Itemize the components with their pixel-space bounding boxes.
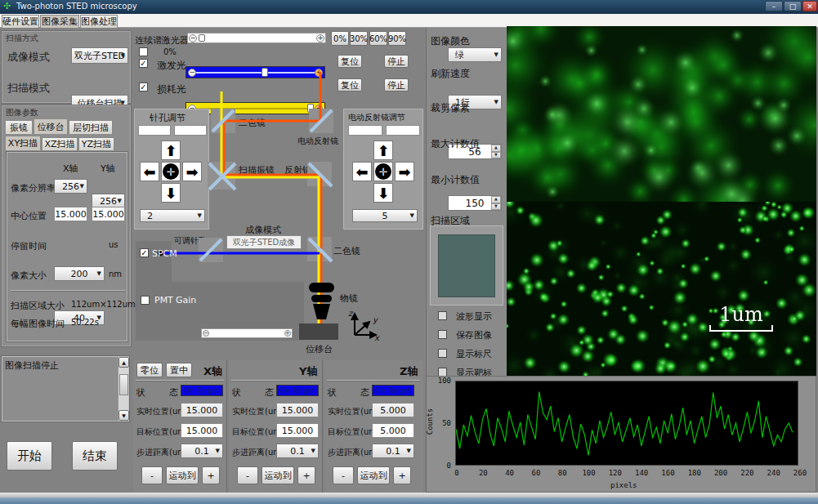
spin-down-icon[interactable]: ▼: [491, 152, 501, 159]
motor-mirror-up-button[interactable]: ⬆: [373, 140, 393, 160]
scan-mode-group: 扫描方式 成像模式 双光子STED ▼ 扫描模式 位移台扫描 ▼: [2, 31, 131, 103]
end-button[interactable]: 结束: [72, 441, 118, 471]
save-image-checkbox[interactable]: [438, 330, 447, 339]
z-step-select[interactable]: 0.1▼: [372, 444, 414, 458]
waveform-display-checkbox[interactable]: [438, 311, 447, 320]
scroll-thumb[interactable]: [119, 374, 128, 395]
depletion-stop-button[interactable]: 停止: [384, 78, 409, 91]
pinhole-down-button[interactable]: ⬇: [161, 183, 181, 203]
z-move-button[interactable]: 运动到: [357, 466, 390, 484]
y-minus-button[interactable]: -: [237, 466, 258, 484]
chevron-down-icon: ▼: [311, 448, 315, 454]
tab-image-processing[interactable]: 图像处理: [80, 15, 118, 28]
depletion-checkbox[interactable]: ✓: [139, 83, 148, 91]
show-scalebar-checkbox[interactable]: [438, 349, 447, 358]
power-60-button[interactable]: 60%: [369, 31, 387, 46]
confocal-image-view[interactable]: [507, 26, 816, 202]
x-target-input[interactable]: 15.000: [181, 423, 223, 438]
x-center-button[interactable]: 置中: [166, 363, 192, 377]
motor-mirror-center-button[interactable]: ✛: [373, 162, 393, 181]
tab-layer-scan[interactable]: 层切扫描: [69, 120, 113, 134]
start-button[interactable]: 开始: [7, 441, 52, 471]
cw-laser-slider-thumb[interactable]: [199, 34, 205, 42]
log-scrollbar[interactable]: ▲ ▼: [118, 357, 128, 421]
pinhole-up-button[interactable]: ⬆: [161, 140, 181, 160]
pinhole-y-input[interactable]: [174, 125, 207, 136]
excitation-checkbox[interactable]: ✓: [139, 59, 148, 68]
z-target-input[interactable]: 5.000: [372, 423, 414, 438]
motor-mirror-y-input[interactable]: [386, 125, 420, 136]
max-count-spinner[interactable]: 150 ▲▼: [448, 195, 502, 211]
close-button[interactable]: ✕: [802, 1, 817, 11]
z-realtime-input: 5.000: [372, 403, 414, 417]
power-90-button[interactable]: 90%: [388, 31, 406, 46]
pinhole-right-button[interactable]: ➡: [182, 162, 202, 181]
tab-yz-scan[interactable]: YZ扫描: [78, 137, 114, 150]
z-minus-button[interactable]: -: [333, 466, 354, 484]
imaging-mode-select[interactable]: 双光子STED ▼: [71, 47, 128, 64]
pinhole-left-button[interactable]: ⬅: [140, 162, 159, 181]
motor-mirror-left-button[interactable]: ⬅: [352, 162, 372, 181]
spin-up-icon[interactable]: ▲: [491, 196, 501, 203]
x-step-select[interactable]: 0.1▼: [181, 444, 223, 458]
motor-mirror-right-button[interactable]: ➡: [395, 162, 414, 181]
x-zero-button[interactable]: 零位: [136, 363, 163, 377]
minimize-button[interactable]: –: [765, 1, 783, 11]
x-move-button[interactable]: 运动到: [166, 466, 199, 484]
tab-hardware-settings[interactable]: 硬件设置: [2, 15, 39, 28]
tab-stage[interactable]: 位移台: [34, 118, 68, 134]
depletion-reset-button[interactable]: 复位: [337, 78, 362, 91]
slider-minus-icon[interactable]: −: [188, 69, 196, 77]
chart-plot-area[interactable]: [455, 381, 798, 466]
scan-region-preview[interactable]: [438, 234, 495, 297]
tab-xz-scan[interactable]: XZ扫描: [42, 137, 78, 150]
tab-image-acquisition[interactable]: 图像采集: [40, 15, 79, 28]
motor-mirror-step-select[interactable]: 5 ▼: [352, 209, 418, 222]
spcm-checkbox[interactable]: ✓: [140, 248, 149, 257]
center-y-input[interactable]: 15.000: [92, 207, 125, 221]
spin-up-icon[interactable]: ▲: [491, 145, 501, 152]
y-move-button[interactable]: 运动到: [261, 466, 294, 484]
tab-xy-scan[interactable]: XY扫描: [5, 136, 41, 150]
pinhole-center-button[interactable]: ✛: [161, 162, 181, 181]
scroll-up-button[interactable]: ▲: [118, 357, 129, 368]
pmt-checkbox[interactable]: [141, 296, 150, 305]
z-plus-button[interactable]: +: [393, 466, 411, 484]
cw-laser-checkbox[interactable]: [139, 47, 148, 56]
pinhole-step-select[interactable]: 2 ▼: [140, 209, 205, 222]
y-step-select[interactable]: 0.1▼: [276, 444, 319, 458]
cw-laser-slider[interactable]: − +: [187, 33, 326, 43]
motor-mirror-down-button[interactable]: ⬇: [373, 183, 393, 203]
slider-plus-icon[interactable]: +: [284, 330, 291, 337]
excitation-reset-button[interactable]: 复位: [337, 55, 362, 68]
resolution-x-select[interactable]: 256▼: [54, 179, 87, 194]
power-30-button[interactable]: 30%: [350, 31, 368, 46]
dwell-time-select[interactable]: 200▼: [54, 266, 105, 281]
slider-minus-icon[interactable]: −: [189, 34, 197, 42]
sted-image-view[interactable]: [507, 202, 816, 376]
spin-down-icon[interactable]: ▼: [491, 203, 501, 211]
motor-mirror-x-input[interactable]: [348, 125, 382, 136]
slider-plus-icon[interactable]: +: [316, 34, 324, 42]
image-color-select[interactable]: 绿 ▼: [448, 47, 502, 62]
maximize-button[interactable]: □: [784, 1, 802, 11]
depletion-slider-thumb[interactable]: [307, 104, 314, 113]
center-x-input[interactable]: 15.000: [54, 207, 87, 221]
slider-plus-icon[interactable]: +: [315, 69, 323, 77]
slider-plus-icon[interactable]: +: [315, 105, 323, 113]
excitation-slider[interactable]: − +: [186, 66, 325, 78]
x-minus-button[interactable]: -: [141, 466, 163, 484]
x-plus-button[interactable]: +: [202, 466, 220, 484]
tab-galvo[interactable]: 振镜: [5, 120, 33, 134]
y-target-input[interactable]: 15.000: [276, 423, 319, 438]
pinhole-x-input[interactable]: [138, 125, 171, 136]
excitation-slider-thumb[interactable]: [261, 68, 268, 77]
log-box[interactable]: 图像扫描停止 ▲ ▼: [2, 356, 129, 421]
scroll-down-button[interactable]: ▼: [118, 410, 129, 421]
y-plus-button[interactable]: +: [297, 466, 315, 484]
excitation-stop-button[interactable]: 停止: [384, 55, 409, 68]
power-0-button[interactable]: 0%: [331, 31, 349, 46]
taskbar[interactable]: [0, 497, 818, 504]
pmt-gain-slider[interactable]: − +: [201, 328, 293, 338]
slider-minus-icon[interactable]: −: [203, 330, 209, 337]
